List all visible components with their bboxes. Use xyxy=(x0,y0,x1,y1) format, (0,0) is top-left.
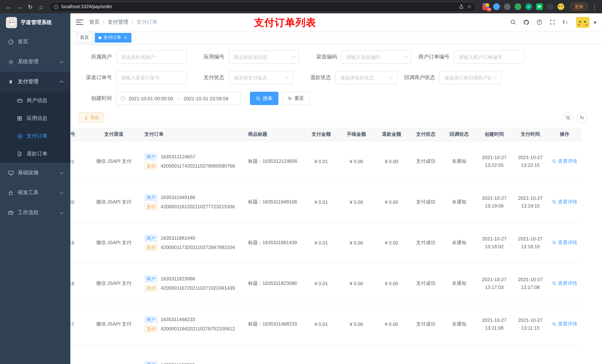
pay-time-cell xyxy=(513,344,548,364)
pay-status-cell: 支付成功 xyxy=(409,182,442,222)
extension-icon[interactable] xyxy=(547,3,553,10)
extension-icon[interactable]: 10 xyxy=(483,3,489,10)
hamburger-icon[interactable] xyxy=(76,20,83,25)
channel-order-no-input[interactable] xyxy=(116,71,187,84)
pay-amount-cell: ¥ 0.01 xyxy=(304,304,339,344)
pay-status-select[interactable] xyxy=(229,71,293,84)
close-icon[interactable] xyxy=(123,35,128,40)
view-detail-link[interactable]: 查看详情 xyxy=(552,199,577,205)
view-detail-label: 查看详情 xyxy=(558,280,577,287)
title-value: 1635311468233 xyxy=(262,321,297,327)
column-header: 支付金额 xyxy=(304,128,339,141)
title-value: 1635311881439 xyxy=(262,240,297,245)
content-area: 所属商户应用编号渠道编码商户订单编号 渠道订单号支付状态退款状态回调商户状态 创… xyxy=(70,44,602,364)
dashboard-icon xyxy=(7,39,14,45)
extension-icon[interactable] xyxy=(525,3,532,10)
sidebar-item-infrastructure[interactable]: 基础设施 xyxy=(0,163,70,183)
user-avatar[interactable] xyxy=(576,17,590,28)
create-time-range-input[interactable]: 2021-10-01 00:00:00 - 2021-10-31 23:59:5… xyxy=(116,92,241,105)
orders-table-wrapper: 编号支付渠道支付订单商品标题支付金额手续金额退款金额支付状态回调状态创建时间支付… xyxy=(70,128,602,364)
github-icon[interactable] xyxy=(523,19,530,25)
sidebar-subitem-pay-order[interactable]: 支付订单 xyxy=(0,127,70,145)
tab-pay-order[interactable]: 支付订单 xyxy=(95,33,131,42)
gear-icon xyxy=(7,59,14,64)
filter-row-2: 渠道订单号支付状态退款状态回调商户状态 xyxy=(79,71,602,84)
sidebar-item-workflow[interactable]: 工作流程 xyxy=(0,203,70,223)
merchant-order-no-input[interactable] xyxy=(454,50,524,64)
search-button-label: 搜索 xyxy=(263,95,272,102)
owning-merchant-input[interactable] xyxy=(116,50,187,64)
pay-channel-cell: 微信 JSAPI 支付 xyxy=(87,263,141,304)
filter-field-label: 所属商户 xyxy=(79,54,116,60)
refresh-table-button[interactable]: ↻ xyxy=(577,113,587,123)
merchant-order-line: 商户1635311157386 xyxy=(144,361,241,364)
order-id-cell: 119 xyxy=(70,222,87,263)
filter-field-label: 商户订单编号 xyxy=(417,54,454,60)
sidebar-subitem-refund-order[interactable]: 退款订单 xyxy=(0,145,70,163)
sidebar: 芋道管理系统 首页系统管理¥支付管理商户信息应用信息支付订单退款订单基础设施研发… xyxy=(0,13,70,364)
refund-status-select[interactable] xyxy=(335,71,397,84)
reset-button[interactable]: ↻ 重置 xyxy=(282,92,310,105)
order-id-cell: 118 xyxy=(70,263,87,304)
filter-field: 所属商户 xyxy=(79,50,187,64)
sidebar-item-system[interactable]: 系统管理 xyxy=(0,52,70,72)
fullscreen-icon[interactable] xyxy=(550,19,556,25)
callback-status-select[interactable] xyxy=(440,71,501,84)
date-text: 2021-10-27 xyxy=(516,316,544,324)
breadcrumb-item[interactable]: 支付管理 xyxy=(108,19,137,26)
browser-back-button[interactable]: ← xyxy=(4,2,14,12)
sidebar-subitem-app-info[interactable]: 应用信息 xyxy=(0,110,70,127)
view-detail-label: 查看详情 xyxy=(558,199,577,205)
extension-icon[interactable] xyxy=(504,3,511,10)
channel-code-select[interactable] xyxy=(341,50,412,64)
browser-menu-icon[interactable]: ⋮ xyxy=(591,4,598,10)
sidebar-subitem-merchant-info[interactable]: 商户信息 xyxy=(0,92,70,110)
active-dot-icon xyxy=(98,36,101,39)
chevron-down-icon xyxy=(60,59,64,63)
sidebar-item-payment[interactable]: ¥支付管理 xyxy=(0,72,70,92)
view-detail-link[interactable]: 查看详情 xyxy=(552,239,577,246)
extension-icon[interactable] xyxy=(536,3,543,10)
view-detail-link[interactable]: 查看详情 xyxy=(552,280,577,287)
pay-amount-cell: ¥ 0.01 xyxy=(304,222,339,263)
sidebar-item-home[interactable]: 首页 xyxy=(0,32,70,52)
export-button[interactable]: 导出 xyxy=(79,113,104,123)
column-header: 支付订单 xyxy=(141,128,244,141)
view-detail-link[interactable]: 查看详情 xyxy=(552,321,577,327)
svg-text:T: T xyxy=(566,21,568,24)
site-info-icon[interactable] xyxy=(54,4,58,9)
create-time-cell: 2021-10-2713:19:09 xyxy=(476,182,513,222)
merchant-order-line: 商户1635311823086 xyxy=(144,275,241,282)
breadcrumb-item[interactable]: 首页 xyxy=(89,19,108,26)
chevron-down-icon xyxy=(60,170,64,174)
tab-home[interactable]: 首页 xyxy=(76,33,93,42)
toggle-search-button[interactable] xyxy=(563,113,573,123)
app-no-select[interactable] xyxy=(229,50,299,64)
address-bar[interactable]: localhost:1024/pay/order ☆ xyxy=(49,2,476,12)
search-icon[interactable] xyxy=(510,19,516,25)
top-navbar: 首页支付管理支付订单 支付订单列表 TT xyxy=(70,13,602,31)
breadcrumb-item[interactable]: 支付订单 xyxy=(137,19,157,26)
export-button-label: 导出 xyxy=(90,114,99,121)
profile-avatar-icon[interactable] xyxy=(558,3,564,10)
bookmark-star-icon[interactable]: ☆ xyxy=(467,4,472,9)
url-text[interactable]: localhost:1024/pay/order xyxy=(62,4,456,9)
help-icon[interactable] xyxy=(537,19,543,25)
font-size-icon[interactable]: TT xyxy=(563,19,569,25)
search-button[interactable]: 搜索 xyxy=(250,92,279,105)
pay-order-line: 支付4200001181202110277723215336 xyxy=(144,203,241,210)
extension-icon[interactable] xyxy=(515,3,521,10)
browser-forward-button[interactable]: → xyxy=(14,2,24,12)
sidebar-item-devtools[interactable]: 研发工具 xyxy=(0,183,70,203)
order-id-cell xyxy=(70,344,87,364)
chevron-down-icon[interactable]: ▾ xyxy=(594,20,596,25)
merchant-tag: 商户 xyxy=(144,234,158,242)
menu-item-label: 支付订单 xyxy=(27,133,47,139)
browser-reload-button[interactable]: ↻ xyxy=(25,2,35,12)
share-icon[interactable] xyxy=(459,4,464,9)
browser-update-button[interactable]: 更新 xyxy=(570,3,588,11)
pay-order-line: 支付4200001174202110278060590766 xyxy=(144,162,241,170)
browser-home-button[interactable]: ⌂ xyxy=(36,2,46,12)
view-detail-link[interactable]: 查看详情 xyxy=(552,158,577,165)
extension-icon[interactable] xyxy=(493,3,500,10)
